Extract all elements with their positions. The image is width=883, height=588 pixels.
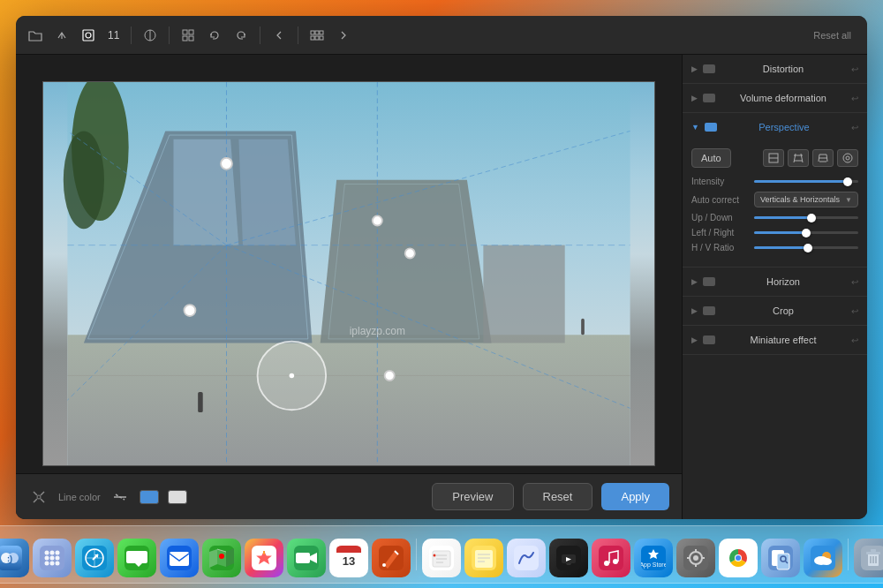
miniature-header[interactable]: ▶ Miniature effect ↩ [683, 326, 867, 354]
horizon-header[interactable]: ▶ Horizon ↩ [683, 268, 867, 296]
transform-icon[interactable] [28, 486, 49, 508]
separator [131, 26, 132, 44]
dock-preview[interactable] [761, 539, 800, 577]
white-color-swatch[interactable] [168, 490, 187, 504]
dock-separator-2 [848, 539, 849, 570]
distortion-reset[interactable]: ↩ [851, 64, 858, 74]
dock-mail[interactable] [160, 539, 199, 577]
dock-system-prefs[interactable] [676, 539, 715, 577]
dock-chrome[interactable] [719, 539, 758, 577]
dock-appstore[interactable]: App Store [634, 539, 673, 577]
svg-rect-85 [475, 550, 493, 568]
intensity-slider[interactable] [754, 180, 858, 183]
auto-button[interactable]: Auto [691, 148, 731, 168]
crop-title: Crop [721, 305, 846, 316]
miniature-icon [703, 335, 715, 344]
dock-safari[interactable] [75, 539, 114, 577]
photo-count: 11 [108, 29, 119, 41]
forward-icon[interactable] [333, 25, 354, 46]
app-window: 11 [16, 16, 867, 519]
hv-ratio-slider[interactable] [754, 246, 858, 249]
reset-all-button[interactable]: Reset all [806, 27, 858, 43]
hv-ratio-row: H / V Ratio [691, 243, 858, 253]
dock-weather[interactable] [804, 539, 842, 577]
right-panel: ▶ Distortion ↩ ▶ Volume deformation ↩ [682, 55, 867, 519]
perspective-tool-4[interactable] [837, 149, 858, 167]
svg-point-83 [434, 554, 436, 557]
perspective-header[interactable]: ▼ Perspective ↩ [683, 113, 867, 141]
svg-point-22 [64, 131, 104, 229]
left-right-label: Left / Right [691, 228, 749, 237]
left-right-row: Left / Right [691, 228, 858, 237]
svg-rect-9 [311, 36, 314, 40]
line-type-icon[interactable] [109, 486, 131, 508]
svg-point-37 [290, 373, 295, 379]
left-right-slider[interactable] [754, 231, 858, 234]
svg-rect-3 [189, 30, 193, 34]
crop-section: ▶ Crop ↩ [683, 297, 867, 326]
dock-reminders[interactable] [422, 539, 461, 577]
svg-point-106 [736, 555, 741, 561]
perspective-tool-2[interactable] [788, 149, 809, 167]
svg-rect-2 [183, 30, 187, 34]
dock-calendar[interactable]: 13 [329, 539, 368, 577]
autocorrect-dropdown[interactable]: Verticals & Horizontals ▼ [754, 192, 858, 207]
undo-icon[interactable] [204, 25, 225, 46]
dock-music[interactable] [592, 539, 630, 577]
dock-launchpad[interactable] [33, 539, 72, 577]
perspective-reset[interactable]: ↩ [851, 123, 858, 132]
dock-messages[interactable] [117, 539, 156, 577]
dock-appletv[interactable] [549, 539, 588, 577]
back-icon[interactable] [268, 25, 290, 46]
volume-reset[interactable]: ↩ [851, 94, 858, 103]
crop-reset[interactable]: ↩ [851, 306, 858, 316]
perspective-tool-1[interactable] [763, 149, 784, 167]
tiles-icon[interactable] [306, 25, 328, 46]
svg-point-53 [50, 551, 55, 555]
svg-point-34 [184, 305, 195, 316]
dock-photos[interactable] [245, 539, 283, 577]
distortion-header[interactable]: ▶ Distortion ↩ [683, 55, 867, 83]
bottom-actions: Preview Reset Apply [432, 483, 669, 510]
dock-finder[interactable]: :) [0, 539, 29, 577]
watermark-text: iplayzp.com [350, 325, 405, 337]
separator-4 [298, 26, 298, 44]
dock-notes[interactable] [464, 539, 503, 577]
horizon-reset[interactable]: ↩ [851, 277, 858, 287]
svg-point-40 [37, 495, 41, 499]
export-icon[interactable] [51, 25, 72, 46]
dock-freeform[interactable] [507, 539, 546, 577]
svg-rect-5 [189, 36, 193, 41]
dock-maps[interactable] [202, 539, 241, 577]
miniature-reset[interactable]: ↩ [851, 335, 858, 345]
svg-rect-89 [514, 546, 539, 570]
up-down-slider[interactable] [754, 216, 858, 219]
svg-rect-7 [315, 31, 319, 34]
svg-point-45 [843, 154, 852, 162]
distortion-chevron: ▶ [691, 64, 698, 73]
volume-section: ▶ Volume deformation ↩ [683, 84, 867, 113]
dock-sketchbook[interactable] [372, 539, 411, 577]
canvas-image: iplayzp.com [42, 81, 655, 466]
open-folder-icon[interactable] [25, 25, 46, 46]
svg-point-33 [405, 248, 415, 258]
color-mode-icon[interactable] [140, 25, 161, 46]
photo-edit-icon[interactable] [78, 25, 99, 46]
perspective-content: Auto [683, 141, 867, 267]
grid-icon[interactable] [177, 25, 199, 46]
redo-icon[interactable] [230, 25, 252, 46]
dock-facetime[interactable] [287, 539, 326, 577]
up-down-label: Up / Down [691, 213, 749, 222]
volume-header[interactable]: ▶ Volume deformation ↩ [683, 84, 867, 112]
volume-title: Volume deformation [721, 93, 846, 103]
dock-trash[interactable] [854, 539, 883, 577]
blue-color-swatch[interactable] [140, 490, 159, 504]
perspective-tool-3[interactable] [812, 149, 834, 167]
crop-header[interactable]: ▶ Crop ↩ [683, 297, 867, 325]
apply-button[interactable]: Apply [601, 483, 669, 510]
reset-button[interactable]: Reset [523, 483, 593, 510]
svg-marker-17 [238, 139, 296, 245]
crop-chevron: ▶ [691, 306, 698, 315]
svg-rect-121 [866, 552, 880, 554]
preview-button[interactable]: Preview [432, 483, 513, 510]
